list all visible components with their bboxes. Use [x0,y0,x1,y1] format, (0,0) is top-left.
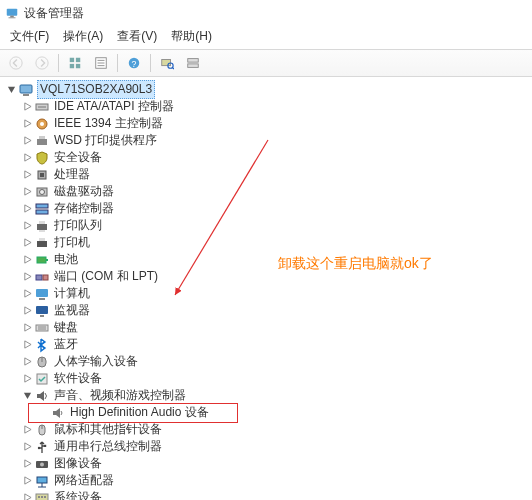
tree-category[interactable]: 监视器 [2,302,530,319]
menu-action[interactable]: 操作(A) [57,26,109,47]
expand-toggle-icon[interactable] [20,355,34,369]
expand-toggle-icon[interactable] [20,151,34,165]
svg-rect-45 [36,306,48,314]
printer-icon [34,235,50,251]
svg-rect-32 [36,204,48,208]
tree-category[interactable]: 网络适配器 [2,472,530,489]
properties-button[interactable] [89,51,113,75]
svg-rect-39 [37,257,46,263]
expand-toggle-icon[interactable] [20,185,34,199]
tree-category[interactable]: 电池 [2,251,530,268]
tree-category-label: 存储控制器 [53,200,115,217]
expand-toggle-icon[interactable] [20,423,34,437]
svg-rect-33 [36,210,48,214]
expand-toggle-icon[interactable] [20,134,34,148]
tree-category[interactable]: 键盘 [2,319,530,336]
menu-help[interactable]: 帮助(H) [165,26,218,47]
show-hidden-button[interactable] [63,51,87,75]
svg-rect-7 [70,64,74,68]
tree-category[interactable]: 磁盘驱动器 [2,183,530,200]
svg-point-55 [38,446,40,448]
tree-category-label: 磁盘驱动器 [53,183,115,200]
computer-icon [34,286,50,302]
tree-category[interactable]: IDE ATA/ATAPI 控制器 [2,98,530,115]
expand-toggle-icon[interactable] [20,287,34,301]
tree-category-label: 系统设备 [53,489,103,500]
expand-toggle-icon[interactable] [20,270,34,284]
expand-toggle-icon[interactable] [20,236,34,250]
tree-category[interactable]: 蓝牙 [2,336,530,353]
expand-toggle-icon[interactable] [20,219,34,233]
svg-point-3 [10,57,22,69]
tree-category[interactable]: 打印机 [2,234,530,251]
tree-category-label: 蓝牙 [53,336,79,353]
expand-toggle-icon[interactable] [20,168,34,182]
tree-category-label: 通用串行总线控制器 [53,438,163,455]
expand-toggle-icon[interactable] [20,202,34,216]
tree-category-label: 鼠标和其他指针设备 [53,421,163,438]
expand-toggle-icon[interactable] [20,117,34,131]
tree-category[interactable]: 处理器 [2,166,530,183]
expand-toggle-icon[interactable] [20,304,34,318]
svg-rect-37 [37,241,47,247]
tree-category[interactable]: 打印队列 [2,217,530,234]
expand-toggle-icon[interactable] [20,440,34,454]
window-title: 设备管理器 [24,5,84,22]
toolbar-separator [117,54,118,72]
tree-device[interactable]: High Definition Audio 设备 [2,404,530,421]
expand-toggle-icon[interactable] [20,474,34,488]
tree-category[interactable]: 安全设备 [2,149,530,166]
expand-toggle-icon[interactable] [20,253,34,267]
device-tree[interactable]: VQL71SOB2XA90L3IDE ATA/ATAPI 控制器IEEE 139… [0,77,532,500]
tree-category[interactable]: 图像设备 [2,455,530,472]
hid-icon [34,354,50,370]
expand-toggle-icon[interactable] [20,100,34,114]
tree-root[interactable]: VQL71SOB2XA90L3 [2,81,530,98]
tree-category[interactable]: WSD 打印提供程序 [2,132,530,149]
expand-toggle-icon[interactable] [20,321,34,335]
svg-point-58 [40,462,44,466]
tree-category[interactable]: 声音、视频和游戏控制器 [2,387,530,404]
tree-category[interactable]: 存储控制器 [2,200,530,217]
svg-rect-8 [76,64,80,68]
svg-rect-44 [39,298,45,300]
expand-toggle-icon[interactable] [20,491,34,501]
expand-toggle-icon[interactable] [4,83,18,97]
expand-toggle-icon[interactable] [20,372,34,386]
sound-icon [34,388,50,404]
help-button[interactable]: ? [122,51,146,75]
keyboard-icon [34,320,50,336]
expand-toggle-icon[interactable] [20,457,34,471]
ieee1394-icon [34,116,50,132]
tree-category[interactable]: 系统设备 [2,489,530,500]
menu-file[interactable]: 文件(F) [4,26,55,47]
tree-category-label: 键盘 [53,319,79,336]
tree-category-label: WSD 打印提供程序 [53,132,158,149]
menu-view[interactable]: 查看(V) [111,26,163,47]
tree-category[interactable]: 计算机 [2,285,530,302]
svg-rect-27 [39,136,45,139]
tree-category[interactable]: IEEE 1394 主控制器 [2,115,530,132]
tree-category[interactable]: 鼠标和其他指针设备 [2,421,530,438]
collapse-toggle-icon[interactable] [20,389,34,403]
tree-category[interactable]: 端口 (COM 和 LPT) [2,268,530,285]
svg-rect-2 [9,17,16,18]
tree-root-label: VQL71SOB2XA90L3 [37,80,155,99]
tree-category[interactable]: 软件设备 [2,370,530,387]
scan-hardware-button[interactable] [155,51,179,75]
svg-rect-56 [44,444,46,446]
tree-category-label: 监视器 [53,302,91,319]
svg-rect-34 [37,224,47,230]
nav-back-button[interactable] [4,51,28,75]
nav-forward-button[interactable] [30,51,54,75]
tree-category[interactable]: 通用串行总线控制器 [2,438,530,455]
bluetooth-icon [34,337,50,353]
port-icon [34,269,50,285]
svg-rect-63 [38,496,40,498]
speaker-icon [50,405,66,421]
toolbar-extra-button[interactable] [181,51,205,75]
expand-toggle-icon[interactable] [20,338,34,352]
svg-rect-36 [39,230,45,232]
tree-category[interactable]: 人体学输入设备 [2,353,530,370]
svg-rect-15 [162,60,171,66]
